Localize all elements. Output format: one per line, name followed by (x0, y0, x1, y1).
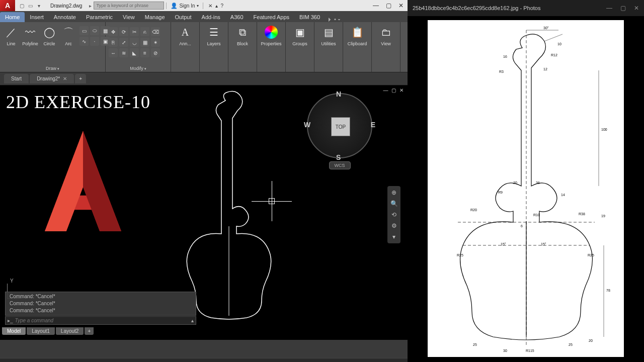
wheel-icon[interactable]: ⚙ (391, 222, 397, 229)
svg-text:R12: R12 (551, 53, 557, 57)
svg-text:10: 10 (557, 42, 561, 46)
new-icon[interactable]: ▢ (18, 2, 25, 9)
panel-modify-title[interactable]: Modify (109, 65, 168, 71)
top-icons: ✕ ▴ ? (205, 3, 227, 9)
pan-icon[interactable]: ⊕ (391, 189, 396, 196)
copy-icon[interactable]: ⎘ (109, 38, 118, 47)
clipboard-button[interactable]: 📋Clipboard (346, 24, 368, 46)
minimize-button[interactable]: — (606, 5, 612, 12)
spline-icon[interactable]: ∿ (79, 37, 89, 46)
point-icon[interactable]: · (90, 37, 99, 46)
utilities-button[interactable]: ▤Utilities (317, 24, 340, 46)
properties-button[interactable]: Properties (260, 24, 282, 46)
search-input[interactable]: Type a keyword or phrase (94, 2, 164, 10)
line-button[interactable]: ／Line (3, 24, 19, 46)
trim-icon[interactable]: ✂ (130, 27, 139, 36)
panel-utilities: ▤Utilities (314, 22, 343, 72)
rotate-icon[interactable]: ⟳ (119, 27, 128, 36)
arc-button[interactable]: ⌒Arc (60, 24, 76, 46)
groups-button[interactable]: ▣Groups (289, 24, 311, 46)
photos-title: 25b418dbbce9c4b2c6ec6295cdd8e162.jpg - P… (413, 5, 540, 11)
command-input[interactable] (15, 318, 191, 323)
panel-draw-title[interactable]: Draw (3, 65, 102, 71)
app-icon[interactable]: ▴ (215, 3, 218, 9)
close-icon[interactable]: ✕ (63, 76, 67, 81)
tab-manage[interactable]: Manage (140, 12, 170, 22)
more-icon[interactable]: ▾ (392, 233, 395, 240)
ucs-y-label: Y (10, 278, 14, 284)
nav-bar: ⊕ 🔍 ⟲ ⚙ ▾ (387, 186, 400, 243)
erase-icon[interactable]: ⌫ (151, 27, 160, 36)
tab-model[interactable]: Model (2, 327, 26, 335)
offset-icon[interactable]: ≋ (119, 48, 128, 57)
close-button[interactable]: ✕ (634, 5, 639, 12)
cmd-icon: ▸_ (8, 318, 13, 323)
tab-drawing2[interactable]: Drawing2*✕ (30, 74, 74, 83)
user-icon: 👤 (171, 3, 178, 9)
circle-button[interactable]: ◯Circle (41, 24, 57, 46)
scale-icon[interactable]: ⤢ (119, 38, 128, 47)
maximize-button[interactable]: ▢ (386, 2, 391, 9)
array-icon[interactable]: ▦ (140, 38, 149, 47)
zoom-icon[interactable]: 🔍 (390, 200, 398, 207)
tab-layout1[interactable]: Layout1 (27, 327, 55, 335)
svg-text:12: 12 (543, 67, 547, 71)
tab-layout2[interactable]: Layout2 (56, 327, 84, 335)
svg-text:R3: R3 (499, 70, 504, 73)
viewcube-top[interactable]: TOP (331, 117, 350, 136)
dir-w[interactable]: W (304, 121, 310, 129)
dir-n[interactable]: N (336, 90, 341, 98)
signin-button[interactable]: 👤 Sign In ▾ (166, 3, 203, 9)
orbit-icon[interactable]: ⟲ (391, 211, 396, 218)
dir-e[interactable]: E (371, 121, 375, 129)
break-icon[interactable]: ⊘ (151, 48, 160, 57)
tab-bim360[interactable]: BIM 360 (294, 12, 325, 22)
explode-icon[interactable]: ✶ (151, 38, 160, 47)
photos-image[interactable]: 30° 10 R12 16 R3 12 100 20 36 R9 R10 14 … (428, 20, 624, 357)
drawing-canvas[interactable]: — ▢ ✕ 2D EXERCISE-10 N S E W (0, 85, 408, 340)
annotate-button[interactable]: AAnn... (174, 24, 196, 46)
open-icon[interactable]: ▭ (27, 2, 34, 9)
tab-home[interactable]: Home (0, 12, 25, 22)
tab-a360[interactable]: A360 (225, 12, 249, 22)
close-button[interactable]: ✕ (398, 2, 404, 9)
viewcube[interactable]: N S E W TOP WCS (302, 93, 377, 169)
tab-addins[interactable]: Add-ins (197, 12, 225, 22)
mirror-icon[interactable]: ⎌ (140, 27, 149, 36)
minimize-button[interactable]: — (373, 2, 379, 9)
cmd-handle-icon[interactable]: ▴ (191, 318, 194, 323)
block-button[interactable]: ⧉Block (231, 24, 254, 46)
move-icon[interactable]: ✥ (109, 27, 118, 36)
help-icon[interactable]: ? (221, 3, 224, 9)
add-layout-button[interactable]: + (85, 327, 94, 335)
ellipse-icon[interactable]: ⬭ (90, 26, 99, 35)
tab-view[interactable]: View (118, 12, 140, 22)
tab-featured[interactable]: Featured Apps (249, 12, 295, 22)
tab-parametric[interactable]: Parametric (81, 12, 118, 22)
tab-start[interactable]: Start (4, 74, 29, 83)
dir-s[interactable]: S (336, 153, 341, 161)
tab-annotate[interactable]: Annotate (49, 12, 81, 22)
maximize-button[interactable]: ▢ (620, 5, 626, 12)
svg-text:6: 6 (521, 224, 523, 228)
stretch-icon[interactable]: ↔ (109, 48, 118, 57)
rect-icon[interactable]: ▭ (79, 26, 89, 35)
chamfer-icon[interactable]: ◣ (130, 48, 139, 57)
command-input-row[interactable]: ▸_ ▴ (5, 316, 196, 325)
tab-output[interactable]: Output (170, 12, 197, 22)
tab-insert[interactable]: Insert (25, 12, 49, 22)
viewport-controls[interactable]: — ▢ ✕ (383, 87, 405, 93)
svg-text:R9: R9 (498, 191, 503, 194)
polyline-button[interactable]: 〰Polyline (22, 24, 38, 46)
layers-button[interactable]: ☰Layers (203, 24, 225, 46)
exchange-icon[interactable]: ✕ (208, 3, 212, 9)
save-icon[interactable]: ▾ (35, 2, 42, 9)
view-button[interactable]: 🗀View (375, 24, 397, 46)
align-icon[interactable]: ≡ (140, 48, 149, 57)
fillet-icon[interactable]: ◡ (130, 38, 139, 47)
ribbon-extra-icon[interactable]: ⏵ ▪ ▾ (327, 16, 341, 22)
dropdown-icon[interactable]: ▸ (87, 3, 94, 9)
new-tab-button[interactable]: + (75, 74, 86, 83)
app-logo[interactable]: A (0, 0, 15, 11)
wcs-badge[interactable]: WCS (329, 161, 351, 169)
